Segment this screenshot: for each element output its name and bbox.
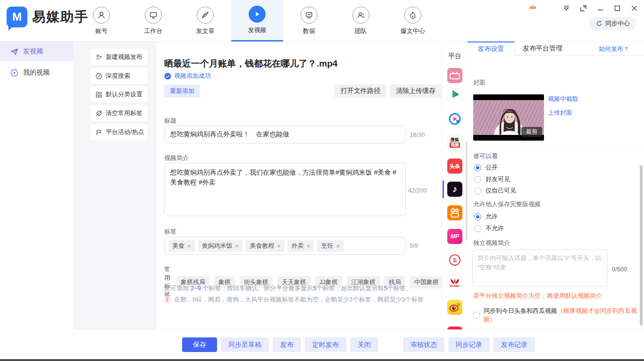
tag-label: 黄焖鸡米饭 xyxy=(202,242,233,250)
nav-item-workbench[interactable]: 工作台 xyxy=(127,0,179,42)
flag-icon xyxy=(95,129,102,136)
nav-item-account[interactable]: 账号 xyxy=(75,0,127,42)
publish-records-button[interactable]: 发布记录 xyxy=(493,337,535,352)
tag-label: 烹饪 xyxy=(321,242,333,250)
radio-icon[interactable] xyxy=(474,176,481,183)
tag-chip[interactable]: 黄焖鸡米饭 xyxy=(198,240,243,252)
top-navigation: 账号 工作台 发文章 发视频 xyxy=(75,0,439,42)
remove-tag-icon[interactable] xyxy=(277,243,281,250)
sogou-icon-text: S xyxy=(449,254,460,266)
close-icon[interactable] xyxy=(630,4,638,12)
nav-item-publish-article[interactable]: 发文章 xyxy=(179,0,231,42)
visibility-option-private[interactable]: 仅自己可见 xyxy=(474,186,516,195)
new-video-publish-button[interactable]: 新建视频发布 xyxy=(90,49,148,65)
sync-to-draft-button[interactable]: 同步至草稿 xyxy=(221,337,269,352)
minimize-icon[interactable] xyxy=(596,4,604,12)
independent-desc-textarea[interactable] xyxy=(472,249,607,287)
platform-icon-sohu-video[interactable]: 搜狐 视频 xyxy=(447,135,462,150)
clear-common-tags-button[interactable]: 清空常用标签 xyxy=(90,105,148,121)
sync-center-button[interactable]: 同步中心 xyxy=(589,17,636,30)
close-button[interactable]: 关闭 xyxy=(350,337,378,352)
remove-tag-icon[interactable] xyxy=(307,243,310,250)
screenshot-icon[interactable] xyxy=(579,4,587,12)
right-panel-scrollbar[interactable] xyxy=(640,165,643,326)
publish-button[interactable]: 发布 xyxy=(273,337,301,352)
nav-item-publish-video[interactable]: 发视频 xyxy=(231,0,283,42)
check-circle-icon xyxy=(164,73,171,80)
tab-publish-settings[interactable]: 发布设置 xyxy=(468,42,515,56)
platform-icon-huawei[interactable]: HUAWEI xyxy=(447,275,462,290)
title-input[interactable] xyxy=(164,126,406,143)
nav-item-hot-center[interactable]: 爆文中心 xyxy=(387,0,439,42)
save-button[interactable]: 保存 xyxy=(182,337,217,352)
platform-icon-ifeng-mp[interactable]: MP xyxy=(447,229,462,244)
common-tags-label: 常用标签 xyxy=(164,265,170,299)
platform-icon-kuaishou[interactable] xyxy=(447,205,462,220)
radio-checked-icon[interactable] xyxy=(474,213,481,220)
title-counter: 18/30 xyxy=(410,131,425,138)
tag-chip[interactable]: 美食教程 xyxy=(246,240,284,252)
platform-icon-sogou[interactable]: S xyxy=(447,252,462,268)
sidebar-item-my-videos[interactable]: 我的视频 xyxy=(0,63,73,82)
save-option-allow[interactable]: 允许 xyxy=(474,212,498,221)
nav-label: 发文章 xyxy=(196,27,215,35)
remove-tag-icon[interactable] xyxy=(235,243,239,250)
platform-icon-bilibili[interactable] xyxy=(447,68,462,83)
tab-platform-management[interactable]: 发布平台管理 xyxy=(515,42,570,56)
how-to-publish-link[interactable]: 如何发布？ xyxy=(599,45,629,53)
capture-from-video-link[interactable]: 视频中截取 xyxy=(548,95,578,103)
upload-status: 视频添加成功 xyxy=(164,72,211,80)
platform-activity-button[interactable]: 平台活动/热点 xyxy=(90,124,148,140)
nav-item-team[interactable]: 团队 xyxy=(335,0,387,42)
main-form: 晒最近一个月账单，钱都花在哪儿了？.mp4 视频添加成功 重新添加 打开文件路径… xyxy=(157,42,442,329)
tags-warning: ! 企鹅，b站，网易，搜狗，大风平台视频标签不能为空，企鹅至少2个标签，网易至少… xyxy=(164,295,424,304)
remove-tag-icon[interactable] xyxy=(336,243,340,250)
sync-records-button[interactable]: 同步记录 xyxy=(448,337,490,352)
tool-button-label: 平台活动/热点 xyxy=(106,128,144,136)
platform-icon-toutiao[interactable]: 头条 xyxy=(447,159,462,174)
checkbox-icon[interactable] xyxy=(473,312,480,319)
description-counter: 42/200 xyxy=(408,187,427,194)
sohu-icon-text-bottom: 视频 xyxy=(450,143,460,148)
re-add-button[interactable]: 重新添加 xyxy=(164,84,200,98)
sync-toutiao-checkbox-row[interactable]: 同步到今日头条和西瓜视频（横屏视频才会同步到西瓜视频） xyxy=(473,307,644,324)
platform-icon-haokan-video[interactable] xyxy=(447,111,462,126)
radio-icon[interactable] xyxy=(474,225,481,232)
remove-tag-icon[interactable] xyxy=(187,243,191,250)
deep-search-button[interactable]: 深度搜索 xyxy=(90,68,148,84)
tag-chip[interactable]: 外卖 xyxy=(288,240,314,252)
tags-input[interactable]: 美食 黄焖鸡米饭 美食教程 外卖 烹饪 xyxy=(164,237,406,255)
visibility-option-friends[interactable]: 好友可见 xyxy=(474,175,510,184)
nav-item-data[interactable]: 数据 xyxy=(283,0,335,42)
sync-center-label: 同步中心 xyxy=(605,19,630,28)
nav-label: 爆文中心 xyxy=(401,27,425,35)
platform-header: 平台 xyxy=(442,52,468,60)
maximize-icon[interactable] xyxy=(613,4,621,12)
platform-icon-tencent-video[interactable] xyxy=(447,87,462,102)
clear-upload-cache-button[interactable]: 清除上传缓存 xyxy=(390,84,442,98)
save-option-disallow[interactable]: 不允许 xyxy=(474,224,504,233)
default-category-settings-button[interactable]: 默认分类设置 xyxy=(90,86,148,102)
sohu-icon-text-top: 搜狐 xyxy=(451,137,459,143)
crop-button[interactable]: 裁剪 xyxy=(521,127,542,137)
review-status-button[interactable]: 审核状态 xyxy=(403,337,444,352)
collapse-icon[interactable] xyxy=(562,4,570,12)
upload-cover-link[interactable]: 上传封面 xyxy=(548,109,572,117)
tag-chip[interactable]: 烹饪 xyxy=(317,240,343,252)
description-textarea[interactable]: 想吃黄焖鸡别再点外卖了，我们在家也能做，方法很简单#黄焖鸡米饭 #美食 #美食教… xyxy=(164,163,406,216)
radio-checked-icon[interactable] xyxy=(474,164,481,171)
tag-chip[interactable]: 美食 xyxy=(168,240,195,252)
radio-label: 不允许 xyxy=(485,224,504,233)
scheduled-publish-button[interactable]: 定时发布 xyxy=(305,337,346,352)
cover-thumbnail[interactable]: 裁剪 xyxy=(473,94,544,141)
radio-icon[interactable] xyxy=(474,187,481,194)
divider xyxy=(468,150,644,151)
sidebar-item-publish-video[interactable]: 发视频 xyxy=(0,42,73,61)
platform-icon-douyin[interactable]: ♪ xyxy=(447,182,462,197)
left-tool-panel: 新建视频发布 深度搜索 默认分类设置 清空常用标签 平台活动/热点 xyxy=(73,42,157,329)
alert-icon: ! xyxy=(164,296,171,303)
visibility-option-public[interactable]: 公开 xyxy=(474,163,498,172)
platform-icon-weibo[interactable] xyxy=(447,300,462,315)
open-file-path-button[interactable]: 打开文件路径 xyxy=(335,84,386,98)
common-tag-chip[interactable]: 中国象棋 xyxy=(410,276,443,288)
